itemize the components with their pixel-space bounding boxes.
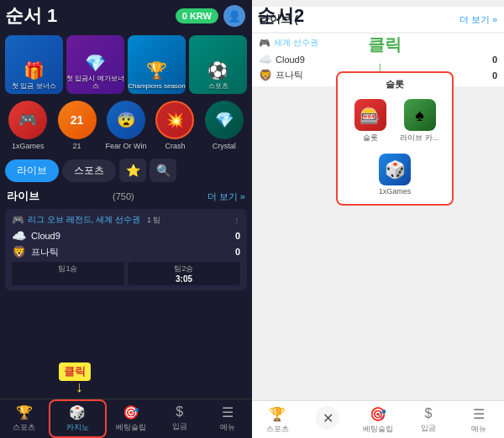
banner-champions[interactable]: 🏆 Champions season [128,35,186,94]
banner-label-sports: 스포츠 [208,82,228,91]
right-sports-icon: 🏆 [269,406,286,422]
match-options-icon[interactable]: ⋮ [234,216,240,224]
team-score-cloud9: 0 [235,231,240,241]
click-label-right: 클릭 [368,34,402,56]
slot-label-slots: 슬롯 [363,133,378,143]
games-row: 🎮 1xGames 21 21 😨 Fear Or Win 💥 Crash 💎 … [0,97,252,154]
team-name-fnatic: 프나틱 [31,246,230,258]
right-betting-icon: 🎯 [370,406,386,422]
score-label-2: 팀2승 [133,263,235,274]
game-name-21: 21 [73,142,81,150]
star-icon[interactable]: ⭐ [119,159,146,182]
live-title: 라이브 [7,189,39,204]
betting-slip-icon: 🎯 [123,404,139,420]
slots-icon: 🎰 [354,99,386,131]
trophy-icon: 🏆 [146,60,167,81]
tabs-row: 라이브 스포츠 ⭐ 🔍 [0,154,252,185]
game-item-crash[interactable]: 💥 Crash [152,101,197,150]
banner-icon-mega: 💎 [85,53,106,73]
nav-casino[interactable]: 🎲 카지노 [49,399,108,438]
game-name-1xgames: 1xGames [12,142,45,150]
game-name-fear: Fear Or Win [106,142,147,150]
right-more-button[interactable]: 더 보기 » [459,13,497,26]
slot-item-slots[interactable]: 🎰 슬롯 [347,96,393,147]
game-circle-fear: 😨 [107,101,145,139]
right-logo-fnatic: 🦁 [259,69,272,81]
banner-mega-bonus[interactable]: 💎 첫 입금시 메가보너스 [66,35,124,94]
team-name-cloud9: Cloud9 [31,231,230,241]
nav-label-menu: 메뉴 [220,422,235,433]
live-header: 라이브 (750) 더 보기 » [0,185,252,207]
match-footer: 팀1승 팀2승 3:05 [12,262,240,285]
right-nav-close[interactable]: ✕ [302,401,353,438]
slot-label-live-casino: 라이브 카... [400,133,438,143]
right-nav-sports[interactable]: 🏆 스포츠 [252,401,302,438]
match-number: 1 팀 [147,215,161,226]
score-val-2: 3:05 [133,274,235,284]
close-icon[interactable]: ✕ [316,406,339,430]
game-name-crash: Crash [165,142,185,150]
game-item-fear-win[interactable]: 😨 Fear Or Win [103,101,149,150]
league-icon: 🎮 [12,214,24,226]
slot-item-1xgames[interactable]: 🎲 1xGames [372,150,418,199]
slot-item-live-casino[interactable]: ♠️ 라이브 카... [396,96,443,147]
search-icon[interactable]: 🔍 [150,159,176,182]
banner-sports[interactable]: ⚽ 스포츠 [189,35,247,94]
click-arrow-left: ↓ [76,378,83,396]
team-logo-fnatic: 🦁 [12,245,26,258]
right-nav-label-menu: 메뉴 [471,424,486,435]
nav-betting-slip[interactable]: 🎯 베팅슬립 [107,399,155,438]
nav-deposit[interactable]: $ 입금 [155,399,204,438]
banners-row: 🎁 첫 입금 보너스 💎 첫 입금시 메가보너스 🏆 Champions sea… [0,32,252,97]
right-logo-cloud9: ☁️ [259,53,272,65]
live-more-button[interactable]: 더 보기 » [207,190,245,203]
live-count: (750) [113,191,134,201]
bottom-nav-left: 🏆 스포츠 🎲 카지노 🎯 베팅슬립 $ 입금 ☰ 메뉴 [0,399,252,438]
nav-menu[interactable]: ☰ 메뉴 [203,399,252,438]
click-label-left: 클릭 [59,362,91,381]
score-box-2[interactable]: 팀2승 3:05 [128,262,240,285]
game-name-crystal: Crystal [213,142,236,150]
banner-icon-deposit: 🎁 [24,60,45,81]
nav-label-sports: 스포츠 [13,422,35,433]
nav-label-deposit: 입금 [172,421,187,432]
avatar[interactable]: 👤 [223,5,245,27]
step-label-1: 순서 1 [5,3,57,29]
banner-label-deposit: 첫 입금 보너스 [12,82,55,91]
tab-sports[interactable]: 스포츠 [62,159,116,182]
banner-label-mega: 첫 입금시 메가보너스 [66,75,124,91]
team-score-fnatic: 0 [235,247,240,257]
match-teams: ☁️ Cloud9 0 🦁 프나틱 0 [12,229,240,258]
sports-nav-icon: 🏆 [16,404,33,420]
score-label-1: 팀1승 [17,263,119,274]
game-item-21[interactable]: 21 21 [54,101,99,150]
live-casino-icon: ♠️ [404,99,436,131]
tab-live[interactable]: 라이브 [5,159,59,182]
game-circle-21: 21 [58,101,97,139]
right-league-icon: 🎮 [259,38,270,49]
nav-label-casino: 카지노 [66,422,89,433]
game-item-1xgames[interactable]: 🎮 1xGames [5,101,50,150]
right-nav-betting[interactable]: 🎯 베팅슬립 [353,401,403,438]
team-row-fnatic: 🦁 프나틱 0 [12,245,240,258]
krw-balance[interactable]: 0 KRW [176,8,218,23]
right-nav-deposit[interactable]: $ 입금 [403,401,454,438]
right-score-fnatic: 0 [492,70,497,81]
game-circle-1xgames: 🎮 [8,101,47,139]
slot-popup-title: 슬롯 [343,78,447,91]
right-nav-label-deposit: 입금 [421,423,436,434]
menu-icon: ☰ [222,404,234,420]
game-circle-crystal: 💎 [205,101,244,139]
step-label-2: 순서2 [257,3,304,29]
game-item-crystal[interactable]: 💎 Crystal [202,101,247,150]
sports-icon: ⚽ [207,60,228,81]
banner-first-deposit[interactable]: 🎁 첫 입금 보너스 [5,35,63,94]
banner-label-champions: Champions season [128,82,185,91]
right-nav-menu[interactable]: ☰ 메뉴 [454,401,504,438]
nav-sports[interactable]: 🏆 스포츠 [0,399,49,438]
right-league-name: 세계 선수권 [274,37,318,49]
score-box-1[interactable]: 팀1승 [12,262,124,285]
match-item[interactable]: 🎮 리그 오브 레전드, 세계 선수권 1 팀 ⋮ ☁️ Cloud9 0 🦁 … [5,209,247,290]
right-nav-label-sports: 스포츠 [266,424,289,435]
left-panel: 순서 1 0 KRW 👤 🎁 첫 입금 보너스 💎 첫 입금시 메가보너스 🏆 … [0,0,252,438]
